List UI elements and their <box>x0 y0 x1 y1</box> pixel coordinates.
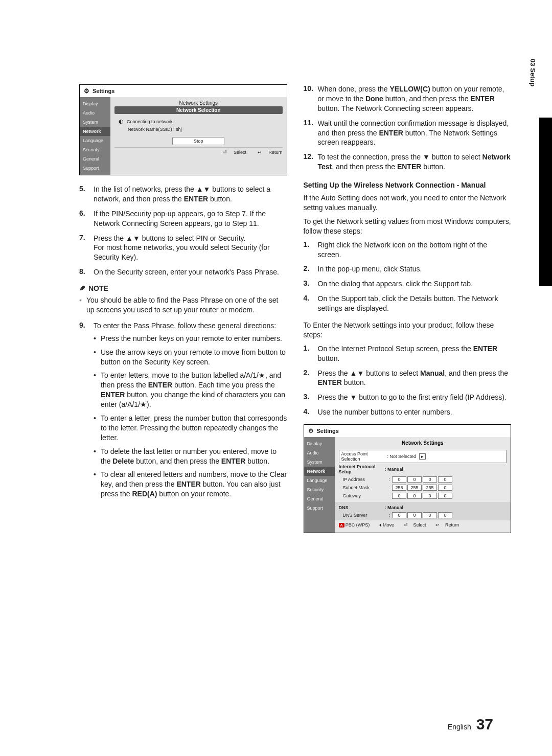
step-number: 12. <box>304 152 318 172</box>
osd-subheader: Network Selection <box>114 106 283 114</box>
aps-value: : Not Selected <box>387 454 417 459</box>
step-number: 4. <box>304 407 318 417</box>
subnet-label: Subnet Mask <box>343 485 389 490</box>
page-footer: English 37 <box>448 716 493 733</box>
step-number: 7. <box>79 234 94 263</box>
chevron-right-icon[interactable]: ▸ <box>419 453 426 460</box>
sidebar-item-display: Display <box>80 99 110 108</box>
red-a-icon: A <box>339 523 344 528</box>
dns-value: : Manual <box>385 505 404 510</box>
paragraph: To get the Network setting values from m… <box>304 217 512 236</box>
list-item: To delete the last letter or number you … <box>94 447 287 466</box>
sidebar-item-network: Network <box>80 127 110 136</box>
list-item: To clear all entered letters and numbers… <box>94 470 287 499</box>
step-text: In the list of networks, press the ▲▼ bu… <box>94 185 287 204</box>
step-number: 3. <box>304 393 318 402</box>
step-number: 11. <box>304 119 318 148</box>
ip-octet[interactable]: 0 <box>407 493 422 499</box>
gear-icon <box>308 427 314 434</box>
ip-octet[interactable]: 255 <box>423 485 437 491</box>
step-text: Use the number buttons to enter numbers. <box>318 407 512 417</box>
sidebar-item-language: Language <box>304 476 335 485</box>
sidebar-item-support: Support <box>80 164 110 173</box>
ip-octet[interactable]: 255 <box>392 485 406 491</box>
step-number: 3. <box>304 279 318 289</box>
dns-label: DNS <box>339 505 385 510</box>
connecting-text: Connecting to network. <box>127 119 174 124</box>
ips-value: : Manual <box>385 467 404 472</box>
return-icon <box>258 150 263 155</box>
osd-header: Network Settings <box>339 439 507 447</box>
step-number: 5. <box>79 185 94 204</box>
ips-label: Internet Protocol Setup <box>339 464 385 474</box>
aps-label: Access Point Selection <box>341 451 387 462</box>
ip-octet[interactable]: 0 <box>438 485 452 491</box>
foot-move: Move <box>383 522 394 528</box>
sidebar-item-security: Security <box>80 145 110 154</box>
step-number: 9. <box>79 321 94 503</box>
step-text: On the Support tab, click the Details bu… <box>318 294 512 313</box>
ip-octet[interactable]: 0 <box>438 512 452 518</box>
ipaddr-label: IP Address <box>343 477 389 482</box>
sidebar-item-system: System <box>80 118 110 127</box>
bullet-list: Press the number keys on your remote to … <box>94 334 287 499</box>
step-text: When done, press the YELLOW(C) button on… <box>318 84 512 113</box>
step-text: On the Internet Protocol Setup screen, p… <box>318 344 512 363</box>
sidebar-item-display: Display <box>304 439 335 448</box>
step-text: On the Security screen, enter your netwo… <box>94 267 287 277</box>
step-text: To test the connection, press the ▼ butt… <box>318 152 512 172</box>
sidebar-item-audio: Audio <box>304 448 335 457</box>
ssid-text: Network Name(SSID) : shj <box>128 127 182 132</box>
enter-icon <box>223 150 228 155</box>
step-text: Wait until the connection confirmation m… <box>318 119 512 148</box>
note-body: You should be able to find the Pass Phra… <box>79 295 287 315</box>
ip-octet[interactable]: 0 <box>423 493 437 499</box>
ip-octet[interactable]: 0 <box>392 493 406 499</box>
step-number: 4. <box>304 294 318 313</box>
edge-tab <box>539 118 552 286</box>
step-text: Right click the Network icon on the bott… <box>318 240 512 260</box>
return-icon <box>435 522 441 528</box>
step-text: Press the ▲▼ buttons to select Manual, a… <box>318 369 512 388</box>
paragraph: If the Auto Setting does not work, you n… <box>304 193 512 213</box>
osd-network-selection: Settings Display Audio System Network La… <box>79 84 287 175</box>
ip-octet[interactable]: 0 <box>438 493 452 499</box>
step-text: In the pop-up menu, click Status. <box>318 264 512 274</box>
step-text: If the PIN/Security pop-up appears, go t… <box>94 209 287 228</box>
list-item: To enter a letter, press the number butt… <box>94 414 287 443</box>
step-number: 2. <box>304 369 318 388</box>
stop-button[interactable]: Stop <box>172 137 224 145</box>
ip-octet[interactable]: 0 <box>392 476 406 483</box>
foot-pbc: PBC (WPS) <box>346 522 370 528</box>
ip-octet[interactable]: 0 <box>423 476 437 483</box>
ip-octet[interactable]: 0 <box>392 512 406 518</box>
ip-octet[interactable]: 0 <box>438 476 452 483</box>
gear-icon <box>84 87 89 95</box>
sidebar-item-general: General <box>80 154 110 164</box>
foot-return: Return <box>445 522 459 528</box>
osd-sidebar: Display Audio System Network Language Se… <box>304 437 335 533</box>
subheading: Setting Up the Wireless Network Connecti… <box>304 181 512 189</box>
ip-octet[interactable]: 255 <box>407 485 422 491</box>
step-number: 1. <box>304 344 318 363</box>
footer-lang: English <box>448 723 471 731</box>
note-heading: NOTE <box>79 284 287 292</box>
section-tab: 03 Setup <box>529 59 537 86</box>
step-text: Press the ▼ button to go to the first en… <box>318 393 512 402</box>
step-text: To enter the Pass Phrase, follow these g… <box>94 322 276 330</box>
step-number: 1. <box>304 240 318 260</box>
step-number: 2. <box>304 264 318 274</box>
paragraph: To Enter the Network settings into your … <box>304 320 512 340</box>
step-number: 10. <box>304 84 318 113</box>
note-icon <box>79 284 85 292</box>
sidebar-item-audio: Audio <box>80 108 110 118</box>
sidebar-item-support: Support <box>304 503 335 513</box>
list-item: Use the arrow keys on your remote to mov… <box>94 348 287 367</box>
dnsserver-label: DNS Server <box>343 513 389 518</box>
ip-octet[interactable]: 0 <box>407 512 422 518</box>
enter-icon <box>404 522 409 528</box>
ip-octet[interactable]: 0 <box>407 476 422 483</box>
osd-title: Settings <box>317 428 339 434</box>
osd-network-settings-manual: Settings Display Audio System Network La… <box>304 424 512 533</box>
ip-octet[interactable]: 0 <box>423 512 437 518</box>
